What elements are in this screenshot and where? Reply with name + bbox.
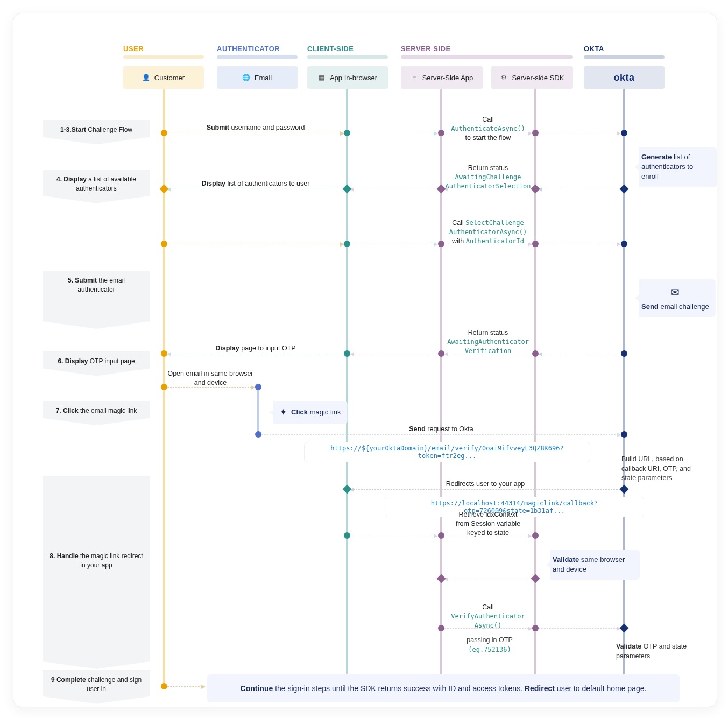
node — [344, 532, 350, 539]
node — [532, 532, 539, 539]
actor-serversdk: ⚙ Server-side SDK — [491, 66, 573, 89]
step-9: 9 Complete challenge and sign user in — [43, 670, 150, 704]
lifeline-serverapp — [440, 89, 442, 685]
node — [531, 185, 540, 194]
note-validate-otp: Validate OTP and state parameters — [616, 642, 697, 661]
msg-user-to-client-3 — [167, 244, 344, 244]
node — [437, 574, 446, 583]
msg-call-selectchallenge: Call SelectChallenge AuthenticatorAsync(… — [444, 244, 532, 244]
step-8: 8. Handle the magic link redirect in you… — [43, 476, 150, 669]
col-user-label: USER — [123, 45, 144, 53]
msg-submit-credentials-label: Submit username and password — [167, 124, 344, 131]
node — [344, 130, 350, 136]
actor-email: 🌐 Email — [217, 66, 298, 89]
msg-sdk-to-okta — [539, 133, 620, 133]
click-icon: ✦ — [280, 406, 287, 418]
node — [531, 574, 540, 583]
col-server-hr — [401, 55, 573, 59]
node — [620, 185, 629, 194]
actor-app-label: App In-browser — [330, 74, 377, 82]
step-6: 6. Display OTP input page — [43, 351, 150, 376]
url1-box: https://${yourOktaDomain}/email/verify/0… — [304, 442, 590, 462]
node — [621, 130, 627, 136]
node — [620, 485, 629, 494]
node — [161, 130, 167, 136]
msg-client-to-server — [350, 133, 437, 133]
diagram-card: { "columns":{ "user":{"label":"USER","ac… — [13, 13, 717, 707]
actor-serversdk-label: Server-side SDK — [512, 74, 564, 82]
msg-open-email: Open email in same browser and device — [167, 387, 255, 388]
col-client-label: CLIENT-SIDE — [307, 45, 354, 53]
actor-customer: 👤 Customer — [123, 66, 204, 89]
msg-return-awaiting-label: Return statusAwaitingChallengeAuthentica… — [444, 164, 532, 191]
msg-sdk-to-okta-9 — [539, 628, 620, 629]
node — [438, 130, 444, 136]
msg-send-to-okta: Send request to Okta — [261, 434, 621, 435]
note-build-url: Build URL, based on callback URI, OTP, a… — [621, 455, 705, 483]
col-user-hr — [123, 55, 204, 59]
msg-call-verify: CallVerifyAuthenticatorAsync() — [444, 628, 532, 629]
actor-email-label: Email — [255, 74, 272, 82]
msg-okta-to-sdk-4 — [539, 354, 620, 354]
step-5: 5. Submit the email authenticator — [43, 271, 150, 329]
msg-retrieve-idx-label: Retrieve idxContextfrom Session variable… — [444, 510, 532, 538]
msg-call-verify-label: CallVerifyAuthenticatorAsync() — [444, 603, 532, 630]
mail-icon: ✉ — [641, 285, 709, 300]
node — [255, 384, 261, 390]
msg-server-to-client-2 — [350, 189, 437, 189]
col-client-hr — [307, 55, 388, 59]
note-passing-otp: passing in OTP(eg.752136) — [455, 636, 525, 654]
url1: https://${yourOktaDomain}/email/verify/0… — [330, 445, 563, 460]
actor-app: ▦ App In-browser — [307, 66, 388, 89]
actor-okta: okta — [584, 66, 665, 89]
step-4: 4. Display a list of available authentic… — [43, 170, 150, 203]
node — [255, 431, 261, 438]
node — [344, 241, 350, 247]
actor-serverapp: ≡ Server-Side App — [401, 66, 483, 89]
node — [621, 241, 627, 247]
node — [161, 683, 167, 689]
okta-logo: okta — [613, 72, 634, 83]
msg-awaiting-auth-label: Return statusAwaitingAuthenticatorVerifi… — [444, 328, 532, 356]
step-1-3: 1-3.Start Challenge Flow — [43, 120, 150, 144]
server-icon: ≡ — [411, 74, 418, 81]
col-okta-label: OKTA — [584, 45, 604, 53]
actor-serverapp-label: Server-Side App — [422, 74, 473, 82]
msg-retrieve-idx: Retrieve idxContextfrom Session variable… — [444, 536, 532, 536]
node — [532, 350, 539, 357]
node — [620, 624, 629, 633]
msg-open-email-label: Open email in same browser and device — [167, 369, 253, 388]
msg-okta-to-sdk-2 — [539, 189, 620, 189]
node — [621, 350, 627, 357]
window-icon: ▦ — [318, 74, 326, 81]
lifeline-serversdk — [534, 89, 536, 685]
node — [532, 130, 539, 136]
node — [344, 350, 350, 357]
node — [621, 431, 627, 438]
node — [343, 185, 352, 194]
msg-return-awaiting-challenge: Return statusAwaitingChallengeAuthentica… — [444, 189, 532, 189]
actor-customer-label: Customer — [154, 74, 185, 82]
msg-redirect-label: Redirects user to your app — [350, 480, 620, 488]
node — [161, 241, 167, 247]
lifeline-auth — [257, 385, 259, 436]
msg-sdk-to-okta-3 — [539, 244, 620, 244]
msg-display-otp-label: Display page to input OTP — [167, 344, 344, 352]
msg-return-awaiting-auth: Return statusAwaitingAuthenticatorVerifi… — [444, 354, 532, 354]
node — [532, 625, 539, 631]
msg-selectchallenge-label: Call SelectChallenge AuthenticatorAsync(… — [444, 219, 532, 246]
msg-display-list-label: Display list of authenticators to user — [167, 180, 344, 187]
col-auth-label: AUTHENTICATOR — [217, 45, 280, 53]
person-icon: 👤 — [143, 74, 150, 81]
col-auth-hr — [217, 55, 298, 59]
msg-user-to-banner — [167, 686, 205, 687]
msg-call-authasync: Call AuthenticateAsync()to start the flo… — [444, 133, 532, 133]
col-okta-hr — [584, 55, 665, 59]
banner-continue: Continue the sign-in steps until the SDK… — [207, 674, 680, 702]
annot-validate-browser: Validate same browser and device — [546, 550, 640, 580]
node — [161, 384, 167, 390]
lifeline-client — [346, 89, 348, 685]
step-7: 7. Click the email magic link — [43, 401, 150, 425]
msg-redirect: Redirects user to your app — [350, 489, 620, 490]
msg-client-to-server-7 — [350, 536, 437, 536]
